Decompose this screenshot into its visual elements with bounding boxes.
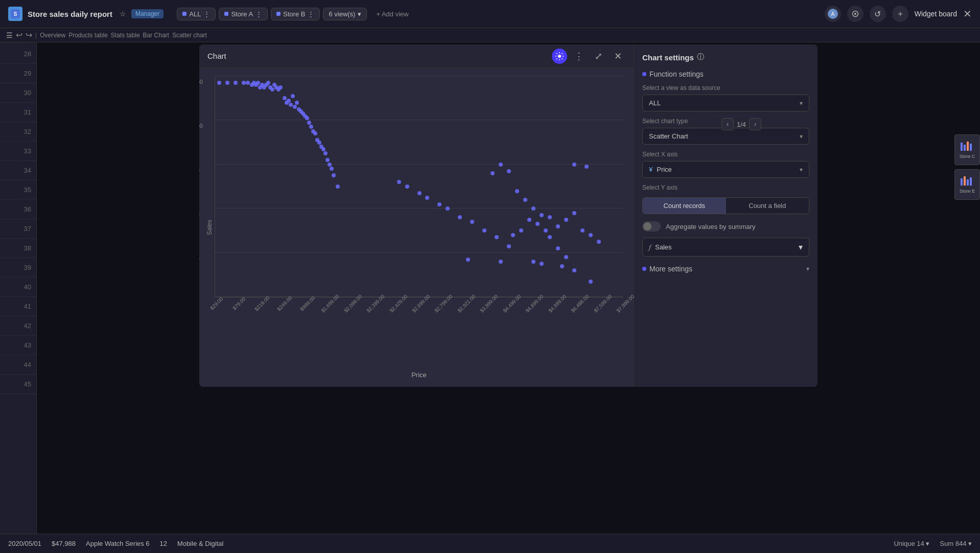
status-bar: 2020/05/01 $47,988 Apple Watch Series 6 … [0, 534, 980, 553]
info-icon[interactable]: ⓘ [697, 53, 704, 62]
scatter-dot [491, 171, 495, 175]
row-43: 43 [0, 336, 36, 355]
scatter-dot [446, 206, 450, 211]
scatter-dot [242, 81, 246, 85]
svg-text:A: A [831, 11, 834, 17]
sum-button[interactable]: Sum 844 ▾ [940, 540, 972, 547]
scatter-dot [535, 222, 540, 226]
nav-item-3[interactable]: Stats table [111, 32, 140, 39]
gridline-60000: $ 60000 [215, 208, 623, 209]
scatter-dot [332, 173, 336, 177]
page-nav: ‹ 1/4 › [721, 118, 761, 130]
more-options-icon-button[interactable]: ⋮ [571, 49, 587, 64]
modal-close-button[interactable]: ✕ [610, 49, 625, 64]
status-amount: $47,988 [52, 540, 76, 547]
store-c-thumb[interactable]: Store C [954, 134, 980, 165]
formula-row[interactable]: 𝑓 Sales ▾ [642, 238, 809, 257]
row-30: 30 [0, 83, 36, 103]
scatter-chart-wrapper: Sales $ 150000 $ 120000 [204, 76, 623, 379]
x-axis-label: $249.00 [276, 295, 293, 312]
scatter-dot [589, 233, 593, 237]
scatter-dot [531, 260, 535, 264]
refresh-icon-button[interactable]: ↺ [870, 6, 886, 22]
scatter-dot [523, 198, 527, 202]
view-tabs: ALL ⋮ Store A ⋮ Store B ⋮ 6 view(s) ▾ [177, 8, 367, 20]
scatter-dot [548, 235, 552, 239]
row-29: 29 [0, 64, 36, 83]
row-40: 40 [0, 278, 36, 297]
row-numbers: 28 29 30 31 32 33 34 35 36 37 38 39 40 4… [0, 42, 37, 534]
user-avatar-button[interactable]: A [825, 6, 841, 22]
next-page-button[interactable]: › [749, 118, 761, 130]
scatter-dot [548, 215, 552, 219]
scatter-dot [458, 215, 462, 219]
scatter-dot [589, 280, 593, 284]
prev-page-button[interactable]: ‹ [721, 118, 734, 130]
scatter-dot [307, 121, 311, 125]
modal-header: Chart ⋮ ⤢ ✕ [199, 44, 634, 68]
scatter-dot [560, 264, 564, 268]
chart-inner: $ 150000 $ 120000 $ 90000 $ 60000 [215, 76, 623, 379]
undo-button[interactable]: ↩ [16, 30, 22, 40]
chart-settings-icon-button[interactable] [552, 49, 567, 64]
more-settings-chevron: ▾ [806, 265, 809, 272]
svg-rect-7 [967, 142, 969, 151]
scatter-dot [499, 163, 503, 167]
scatter-dot [256, 81, 260, 85]
unique-button[interactable]: Unique 14 ▾ [894, 540, 929, 547]
settings-icon-button[interactable] [847, 6, 864, 22]
view-tab-store-b[interactable]: Store B ⋮ [271, 8, 320, 20]
widget-board-button[interactable]: Widget board [915, 10, 957, 18]
view-tab-all[interactable]: ALL ⋮ [177, 8, 216, 20]
scatter-dot [527, 218, 531, 222]
scatter-dot [425, 196, 429, 200]
store-e-thumb[interactable]: Store E [954, 169, 980, 200]
settings-title: Chart settings ⓘ [642, 53, 809, 62]
aggregate-toggle[interactable] [642, 221, 661, 232]
redo-button[interactable]: ↪ [26, 30, 32, 40]
x-axis-label: Select X axis [642, 151, 809, 158]
add-view-button[interactable]: + Add view [372, 8, 412, 20]
more-settings-row[interactable]: More settings ▾ [642, 265, 809, 273]
status-count: 12 [160, 540, 167, 547]
count-field-tab[interactable]: Count a field [726, 198, 809, 214]
gridline-top: $ 150000 [215, 76, 623, 76]
scatter-dot [507, 244, 511, 248]
y-axis-tabs: Count records Count a field [642, 197, 809, 214]
scatter-dot [572, 268, 576, 272]
nav-item-4[interactable]: Bar Chart [143, 32, 169, 39]
toggle-knob [643, 222, 651, 231]
scatter-dot [470, 220, 474, 224]
x-axis-label: $219.00 [253, 295, 270, 312]
nav-item-2[interactable]: Products table [68, 32, 108, 39]
view-count-tab[interactable]: 6 view(s) ▾ [323, 8, 367, 20]
menu-icon-button[interactable]: ☰ [6, 31, 13, 39]
star-icon[interactable]: ☆ [120, 10, 126, 18]
svg-rect-6 [964, 145, 966, 151]
scatter-dot [270, 87, 274, 91]
scatter-dot [330, 167, 334, 171]
count-records-tab[interactable]: Count records [643, 198, 726, 214]
row-31: 31 [0, 103, 36, 122]
add-icon-button[interactable]: ＋ [892, 6, 908, 22]
topbar-close-button[interactable]: ✕ [963, 8, 972, 20]
view-tab-store-a[interactable]: Store A ⋮ [219, 8, 268, 20]
scatter-dot [585, 165, 589, 169]
scatter-dot [328, 163, 332, 167]
aggregate-label: Aggregate values by summary [666, 223, 756, 231]
expand-icon-button[interactable]: ⤢ [591, 49, 606, 64]
x-axis-dropdown[interactable]: ¥ Price ▾ [642, 161, 809, 178]
scatter-dot [564, 218, 568, 222]
y-label-120000: $ 120000 [199, 123, 203, 129]
scatter-dot [564, 255, 568, 259]
y-axis-settings-label: Select Y axis [642, 184, 809, 191]
scatter-dot [225, 81, 229, 85]
scatter-dot [417, 191, 422, 195]
data-source-dropdown[interactable]: ALL ▾ [642, 95, 809, 111]
svg-text:S: S [14, 11, 17, 17]
scatter-dot [287, 99, 291, 103]
scatter-dot [572, 163, 576, 167]
table-area: Chart ⋮ ⤢ ✕ Sales [37, 42, 980, 534]
nav-item-5[interactable]: Scatter chart [172, 32, 207, 39]
nav-item-1[interactable]: Overview [40, 32, 65, 39]
